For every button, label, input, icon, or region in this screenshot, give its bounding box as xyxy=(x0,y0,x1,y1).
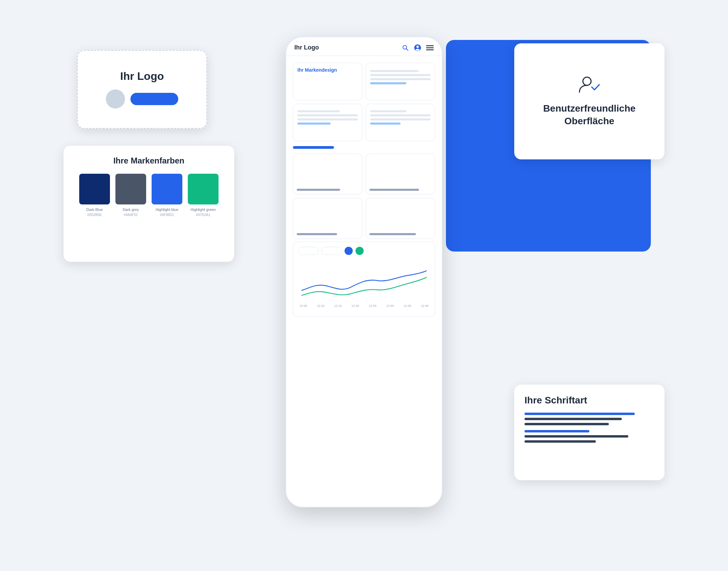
card2a-line3 xyxy=(297,118,358,120)
phone-grid-row1: Ihr Markendesign xyxy=(293,63,435,100)
schriftart-line-blue-1 xyxy=(524,413,635,415)
svg-point-3 xyxy=(417,45,419,48)
phone-divider xyxy=(286,56,442,56)
phone-grid-row4 xyxy=(293,198,435,239)
schriftart-line-blue-2 xyxy=(524,430,589,432)
chart-label-1215: 12:15 xyxy=(334,304,342,308)
phone-card-markendesign-label: Ihr Markendesign xyxy=(297,67,358,73)
phone-logo-text: Ihr Logo xyxy=(294,44,319,51)
card2a-line2 xyxy=(297,114,358,116)
phone-content: Ihr Markendesign xyxy=(286,60,442,242)
swatch-label-dark-blue: Dark Blue#0D2B6E xyxy=(86,207,103,218)
swatch-label-dark-grey: Dark grey#4A4F52 xyxy=(123,207,139,218)
user-icon-area xyxy=(577,75,601,96)
card2b-line2 xyxy=(370,114,431,116)
phone-card-markendesign: Ihr Markendesign xyxy=(293,63,362,100)
brand-colors-card: Ihre Markenfarben Dark Blue#0D2B6E Dark … xyxy=(64,146,234,262)
phone-card-lines1 xyxy=(366,63,435,100)
chart-label-1240: 12:40 xyxy=(421,304,429,308)
logo-card-bottom xyxy=(106,89,178,109)
phone-card-row2a xyxy=(293,104,362,141)
phone-chart-area: 12:05 12:10 12:15 12:20 12:25 12:30 12:3… xyxy=(293,242,435,317)
search-icon[interactable] xyxy=(402,44,409,52)
chart-labels: 12:05 12:10 12:15 12:20 12:25 12:30 12:3… xyxy=(298,304,430,308)
schriftart-line-dark-1 xyxy=(524,418,622,420)
logo-card: Ihr Logo xyxy=(77,50,207,129)
card-line2 xyxy=(370,74,431,76)
filter-pill-2[interactable] xyxy=(321,247,342,255)
phone-progress-bar xyxy=(293,146,334,149)
user-friendly-card: Benutzerfreundliche Oberfläche xyxy=(514,43,664,159)
card2a-line1 xyxy=(297,110,340,112)
filter-pill-blue[interactable] xyxy=(345,247,353,255)
phone-grid-row2 xyxy=(293,104,435,141)
schriftart-card: Ihre Schriftart xyxy=(514,385,664,480)
swatch-highlight-green: Highlight green#47D2A1 xyxy=(188,174,219,218)
card2b-line4 xyxy=(370,123,401,125)
phone-mockup: Ihr Logo xyxy=(285,37,443,508)
card2b-line3 xyxy=(370,118,431,120)
phone-empty-card-4b xyxy=(366,198,435,239)
filter-pill-green[interactable] xyxy=(355,247,364,255)
phone-grid-row3 xyxy=(293,154,435,195)
swatch-dark-blue: Dark Blue#0D2B6E xyxy=(79,174,110,218)
svg-line-1 xyxy=(406,49,408,51)
chart-label-1225: 12:25 xyxy=(369,304,377,308)
color-swatches: Dark Blue#0D2B6E Dark grey#4A4F52 Highli… xyxy=(74,174,224,218)
user-icon[interactable] xyxy=(414,44,421,52)
svg-point-4 xyxy=(416,49,420,51)
user-check-icon xyxy=(577,75,601,96)
schriftart-line-dark-4 xyxy=(524,440,596,443)
empty-card4a-line1 xyxy=(297,233,337,235)
swatch-box-highlight-blue xyxy=(152,174,182,204)
card2a-line4 xyxy=(297,123,331,125)
schriftart-title: Ihre Schriftart xyxy=(524,395,654,406)
empty-card3a-line1 xyxy=(297,189,340,191)
phone-empty-card-3a xyxy=(293,154,362,195)
phone-header: Ihr Logo xyxy=(286,37,442,52)
card2b-line1 xyxy=(370,110,406,112)
phone-header-icons xyxy=(402,44,434,52)
menu-icon[interactable] xyxy=(426,44,434,52)
swatch-highlight-blue: Highlight blue#4F86D1 xyxy=(152,174,182,218)
schriftart-line-dark-2 xyxy=(524,423,609,425)
schriftart-line-dark-3 xyxy=(524,435,628,438)
logo-button-placeholder xyxy=(130,93,178,105)
swatch-box-highlight-green xyxy=(188,174,219,204)
card-line1 xyxy=(370,70,419,72)
chart-label-1220: 12:20 xyxy=(351,304,359,308)
swatch-label-highlight-green: Highlight green#47D2A1 xyxy=(191,207,216,218)
chart-label-1235: 12:35 xyxy=(404,304,411,308)
phone-card-row2b xyxy=(366,104,435,141)
empty-card3b-line1 xyxy=(369,189,419,191)
swatch-box-dark-blue xyxy=(79,174,110,204)
filter-pill-1[interactable] xyxy=(298,247,319,255)
brand-colors-title: Ihre Markenfarben xyxy=(74,156,224,166)
logo-card-title: Ihr Logo xyxy=(120,70,164,83)
card-line4-blue xyxy=(370,82,406,84)
chart-svg xyxy=(298,258,430,303)
chart-filters xyxy=(298,247,430,255)
logo-avatar-circle xyxy=(106,89,125,109)
swatch-label-highlight-blue: Highlight blue#4F86D1 xyxy=(156,207,179,218)
swatch-dark-grey: Dark grey#4A4F52 xyxy=(115,174,146,218)
card-line3 xyxy=(370,78,431,80)
empty-card4b-line1 xyxy=(369,233,416,235)
user-friendly-card-title: Benutzerfreundliche Oberfläche xyxy=(543,102,636,127)
chart-label-1210: 12:10 xyxy=(317,304,325,308)
svg-point-8 xyxy=(583,77,591,85)
swatch-box-dark-grey xyxy=(115,174,146,204)
chart-label-1205: 12:05 xyxy=(299,304,307,308)
chart-label-1230: 12:30 xyxy=(386,304,394,308)
phone-empty-card-4a xyxy=(293,198,362,239)
phone-empty-card-3b xyxy=(366,154,435,195)
